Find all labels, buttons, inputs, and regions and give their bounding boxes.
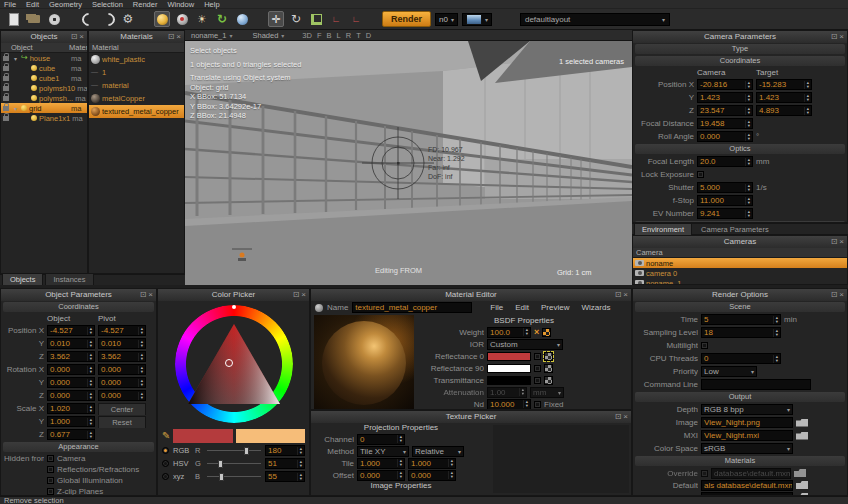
roll-angle-field[interactable]: 0.000 <box>697 131 753 142</box>
scale-tool-icon[interactable] <box>308 11 324 27</box>
texture-preview-area[interactable] <box>493 425 629 493</box>
view-button-top[interactable]: T <box>356 31 361 40</box>
view-button-down[interactable]: D <box>366 31 371 40</box>
ior-select[interactable]: Custom <box>487 339 563 350</box>
reflectance0-swatch[interactable] <box>487 352 531 361</box>
command-line-field[interactable] <box>701 379 811 390</box>
object-row-cube1[interactable]: cube1 ma <box>1 73 87 83</box>
mxi-path-field[interactable]: View_Night.mxi <box>701 430 793 441</box>
camera-row-noname-selected[interactable]: noname <box>633 258 847 268</box>
hidden-gi-checkbox[interactable] <box>47 477 54 484</box>
focal-distance-field[interactable]: 19.458 <box>697 118 753 129</box>
material-preview[interactable] <box>314 315 414 409</box>
pivot-position-y-field[interactable]: 0.010 <box>98 338 146 349</box>
material-menu-preview[interactable]: Preview <box>541 303 569 312</box>
transmittance-texture-icon[interactable] <box>544 376 553 385</box>
close-panel-icon[interactable] <box>839 31 844 43</box>
material-row-1[interactable]: 1 <box>89 66 184 79</box>
render-button[interactable]: Render <box>382 11 431 27</box>
shutter-field[interactable]: 5.000 <box>697 182 753 193</box>
float-panel-icon[interactable] <box>71 31 78 43</box>
expander-icon[interactable] <box>12 55 19 62</box>
close-panel-icon[interactable] <box>623 411 628 423</box>
view-button-back[interactable]: B <box>327 31 332 40</box>
offset-v-field[interactable]: 0.000 <box>408 470 456 481</box>
pivot-rotation-y-field[interactable]: 0.000 <box>98 377 146 388</box>
lock-icon[interactable] <box>3 96 9 101</box>
close-panel-icon[interactable] <box>623 289 628 301</box>
layout-select[interactable]: defaultlayout <box>520 13 670 26</box>
object-row-polymsh[interactable]: polymsh... ma <box>1 93 87 103</box>
offset-u-field[interactable]: 0.000 <box>357 470 405 481</box>
priority-select[interactable]: Low <box>701 366 757 377</box>
close-panel-icon[interactable] <box>79 31 84 43</box>
close-panel-icon[interactable] <box>176 31 181 43</box>
green-slider[interactable] <box>207 459 261 468</box>
default-browse-folder-icon[interactable] <box>796 481 808 489</box>
float-panel-icon[interactable] <box>831 236 838 248</box>
instance-rotate-icon[interactable]: ↻ <box>214 11 230 27</box>
transmittance-map-checkbox[interactable] <box>534 377 541 384</box>
material-row-metalcopper[interactable]: metalCopper <box>89 92 184 105</box>
scale-z-field[interactable]: 0.677 <box>47 429 95 440</box>
float-panel-icon[interactable] <box>168 31 175 43</box>
pivot-rotation-x-field[interactable]: 0.000 <box>98 364 146 375</box>
scale-y-field[interactable]: 1.000 <box>47 416 95 427</box>
lock-icon[interactable] <box>3 66 9 71</box>
time-field[interactable]: 5 <box>701 314 781 325</box>
lock-icon[interactable] <box>3 56 9 61</box>
material-menu-wizards[interactable]: Wizards <box>581 303 610 312</box>
material-menu-edit[interactable]: Edit <box>515 303 529 312</box>
camera-position-z-field[interactable]: 23.547 <box>697 105 753 116</box>
float-panel-icon[interactable] <box>140 289 147 301</box>
environment-sphere-icon[interactable] <box>234 11 250 27</box>
object-row-grid-selected[interactable]: grid ma <box>1 103 87 113</box>
blue-slider[interactable] <box>207 472 261 481</box>
hsv-mode-radio[interactable] <box>162 460 169 467</box>
float-panel-icon[interactable] <box>615 289 622 301</box>
nd-fixed-checkbox[interactable] <box>534 401 541 408</box>
section-coordinates[interactable]: Coordinates <box>3 302 154 312</box>
sun-emitter-icon[interactable]: ☀ <box>194 11 210 27</box>
reflectance90-swatch[interactable] <box>487 364 531 373</box>
save-scene-icon[interactable] <box>46 11 62 27</box>
redo-arc-icon[interactable] <box>100 11 116 27</box>
reflectance90-map-checkbox[interactable] <box>534 365 541 372</box>
weight-texture-icon[interactable] <box>542 328 551 337</box>
lock-icon[interactable] <box>3 86 9 91</box>
mxi-browse-folder-icon[interactable] <box>796 432 808 440</box>
material-name-field[interactable]: textured_metal_copper <box>352 302 472 313</box>
default-path-field[interactable]: als database\default.mxm <box>701 480 793 491</box>
hidden-reflections-checkbox[interactable] <box>47 466 54 473</box>
section-materials[interactable]: Materials <box>635 456 845 466</box>
new-scene-icon[interactable] <box>6 11 22 27</box>
target-position-y-field[interactable]: 1.423 <box>756 92 812 103</box>
remove-texture-icon[interactable] <box>534 327 539 337</box>
nd-field[interactable]: 10.000 <box>487 399 531 410</box>
close-panel-icon[interactable] <box>839 289 844 301</box>
lock-icon[interactable] <box>3 106 9 111</box>
object-row-polymsh10[interactable]: polymsh10 ma <box>1 83 87 93</box>
world-axis-icon[interactable]: ∟ <box>328 11 344 27</box>
view-button-3d[interactable]: 3D <box>302 31 312 40</box>
section-optics[interactable]: Optics <box>635 144 845 154</box>
create-sphere-icon[interactable] <box>154 11 170 27</box>
move-tool-icon[interactable]: ✛ <box>268 11 284 27</box>
camera-position-y-field[interactable]: 1.423 <box>697 92 753 103</box>
target-position-z-field[interactable]: 4.893 <box>756 105 812 116</box>
object-row-cube[interactable]: cube ma <box>1 63 87 73</box>
reflectance0-map-checkbox[interactable] <box>534 353 541 360</box>
tile-v-field[interactable]: 1.000 <box>408 458 456 469</box>
method-select[interactable]: Tile XY <box>357 446 409 457</box>
close-panel-icon[interactable] <box>148 289 153 301</box>
view-button-right[interactable]: R <box>346 31 351 40</box>
lock-exposure-checkbox[interactable] <box>697 171 704 178</box>
section-appearance[interactable]: Appearance <box>3 442 154 452</box>
object-position-y-field[interactable]: 0.010 <box>47 338 95 349</box>
camera-position-x-field[interactable]: -20.816 <box>697 79 753 90</box>
menu-selection[interactable]: Selection <box>92 0 123 9</box>
section-type[interactable]: Type <box>635 44 845 54</box>
tab-camera-parameters[interactable]: Camera Parameters <box>694 224 776 235</box>
weight-field[interactable]: 100.0 <box>487 327 531 338</box>
camera-row-camera0[interactable]: camera 0 <box>633 268 847 278</box>
